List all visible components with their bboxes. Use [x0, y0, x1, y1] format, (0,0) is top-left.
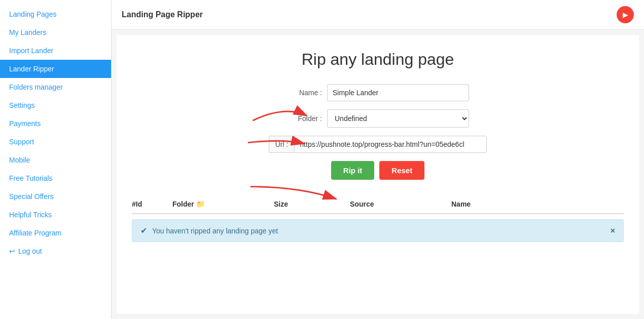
- support-label: Support: [9, 138, 34, 146]
- name-row: Name :: [200, 84, 555, 101]
- sidebar-item-import-lander[interactable]: Import Lander: [0, 42, 111, 60]
- sidebar-item-landing-pages[interactable]: Landing Pages: [0, 5, 111, 23]
- affiliate-program-label: Affiliate Program: [9, 229, 61, 237]
- alert-message: You haven't ripped any landing page yet: [152, 227, 278, 235]
- col-source: Source: [350, 200, 451, 208]
- sidebar-item-affiliate-program[interactable]: Affiliate Program: [0, 224, 111, 242]
- settings-label: Settings: [9, 101, 35, 109]
- header-title: Landing Page Ripper: [122, 10, 203, 19]
- name-input[interactable]: [327, 84, 469, 101]
- main-content: Landing Page Ripper ▶ Rip any landing pa…: [112, 0, 644, 319]
- folder-label: Folder :: [287, 114, 327, 123]
- url-label: Url :: [269, 136, 295, 153]
- rip-it-button[interactable]: Rip it: [331, 161, 375, 180]
- url-input[interactable]: [294, 136, 487, 153]
- col-id: #Id: [132, 200, 172, 208]
- helpful-tricks-label: Helpful Tricks: [9, 211, 52, 219]
- folder-select[interactable]: Undefined: [327, 109, 469, 128]
- sidebar-item-settings[interactable]: Settings: [0, 96, 111, 114]
- sidebar-item-lander-ripper[interactable]: Lander Ripper: [0, 60, 111, 78]
- sidebar-item-log-out[interactable]: ↩ Log out: [0, 242, 111, 260]
- header: Landing Page Ripper ▶: [112, 0, 644, 30]
- alert-content: ✔ You haven't ripped any landing page ye…: [140, 226, 278, 235]
- sidebar: Landing Pages My Landers Import Lander L…: [0, 0, 112, 319]
- alert-info: ✔ You haven't ripped any landing page ye…: [132, 219, 624, 242]
- table-area: #Id Folder 📁 Size Source Name ✔ You have…: [132, 195, 624, 242]
- sidebar-item-free-tutorials[interactable]: Free Tutorials: [0, 169, 111, 187]
- sidebar-item-payments[interactable]: Payments: [0, 114, 111, 133]
- sidebar-item-special-offers[interactable]: Special Offers: [0, 187, 111, 206]
- folders-manager-label: Folders manager: [9, 83, 63, 91]
- buttons-row: Rip it Reset: [200, 161, 555, 180]
- payments-label: Payments: [9, 119, 41, 128]
- col-name: Name: [451, 200, 624, 208]
- col-folder: Folder 📁: [172, 200, 274, 208]
- play-button[interactable]: ▶: [617, 6, 634, 23]
- reset-button[interactable]: Reset: [379, 161, 424, 180]
- name-label: Name :: [287, 89, 327, 97]
- sidebar-item-mobile[interactable]: Mobile: [0, 151, 111, 169]
- sidebar-item-helpful-tricks[interactable]: Helpful Tricks: [0, 206, 111, 224]
- log-out-label: Log out: [18, 247, 42, 255]
- form-area: Name : Folder : Undefined Url : Rip it R…: [200, 84, 555, 180]
- import-lander-label: Import Lander: [9, 47, 53, 55]
- sidebar-item-folders-manager[interactable]: Folders manager: [0, 78, 111, 96]
- content-area: Rip any landing page Name : Folder : Und…: [117, 35, 639, 314]
- col-size: Size: [274, 200, 350, 208]
- table-header: #Id Folder 📁 Size Source Name: [132, 195, 624, 214]
- landing-pages-label: Landing Pages: [9, 10, 56, 18]
- close-alert-button[interactable]: ×: [611, 226, 615, 235]
- special-offers-label: Special Offers: [9, 192, 54, 201]
- mobile-label: Mobile: [9, 156, 30, 164]
- page-heading: Rip any landing page: [132, 50, 624, 69]
- url-row: Url :: [200, 136, 555, 153]
- sidebar-item-my-landers[interactable]: My Landers: [0, 23, 111, 42]
- lander-ripper-label: Lander Ripper: [9, 65, 54, 73]
- folder-row: Folder : Undefined: [200, 109, 555, 128]
- sidebar-item-support[interactable]: Support: [0, 133, 111, 151]
- logout-icon: ↩: [9, 247, 15, 255]
- my-landers-label: My Landers: [9, 28, 46, 36]
- check-icon: ✔: [140, 226, 147, 235]
- play-icon: ▶: [623, 11, 628, 19]
- free-tutorials-label: Free Tutorials: [9, 174, 53, 182]
